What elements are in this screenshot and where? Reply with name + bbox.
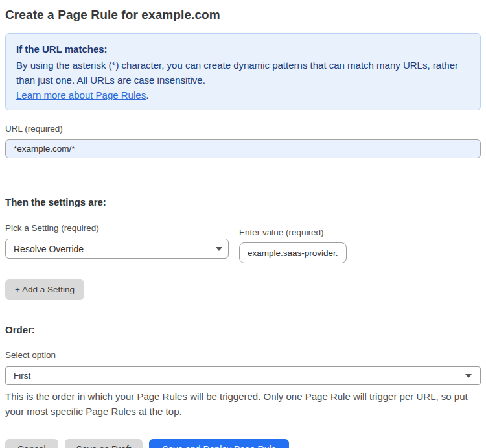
setting-select[interactable]: Resolve Override (5, 239, 229, 259)
setting-value-input[interactable] (239, 242, 347, 263)
add-setting-button[interactable]: + Add a Setting (5, 279, 84, 300)
setting-select-arrow-button[interactable] (209, 239, 228, 258)
create-page-rule-form: Create a Page Rule for example.com If th… (0, 0, 486, 448)
order-section-heading: Order: (5, 324, 481, 335)
footer-actions: Cancel Save as Draft Save and Deploy Pag… (5, 439, 481, 448)
settings-row: Pick a Setting (required) Resolve Overri… (5, 223, 481, 263)
info-box-heading: If the URL matches: (16, 41, 470, 56)
setting-value-label: Enter value (required) (239, 228, 347, 237)
info-box-link-line: Learn more about Page Rules. (16, 88, 470, 102)
setting-picker-column: Pick a Setting (required) Resolve Overri… (5, 223, 229, 259)
url-field-label: URL (required) (5, 124, 481, 134)
divider (5, 183, 481, 183)
order-help-text: This is the order in which your Page Rul… (5, 389, 472, 419)
page-title: Create a Page Rule for example.com (5, 8, 481, 22)
chevron-down-icon (465, 374, 472, 378)
order-select-value: First (6, 371, 465, 381)
chevron-down-icon (216, 247, 222, 251)
cancel-button[interactable]: Cancel (5, 439, 58, 448)
setting-picker-label: Pick a Setting (required) (5, 223, 229, 233)
info-box-body: By using the asterisk (*) character, you… (16, 58, 470, 88)
setting-value-column: Enter value (required) (239, 223, 347, 263)
order-select[interactable]: First (5, 366, 481, 385)
save-as-draft-button[interactable]: Save as Draft (65, 439, 143, 448)
order-select-label: Select option (5, 350, 481, 360)
save-and-deploy-button[interactable]: Save and Deploy Page Rule (149, 439, 289, 448)
setting-select-value: Resolve Override (6, 244, 209, 254)
link-suffix: . (146, 89, 148, 100)
url-match-info-box: If the URL matches: By using the asteris… (5, 33, 481, 110)
divider (5, 312, 481, 312)
settings-section-heading: Then the settings are: (5, 196, 481, 207)
divider (5, 429, 481, 429)
learn-more-link[interactable]: Learn more about Page Rules (16, 89, 146, 100)
url-input[interactable] (5, 139, 481, 158)
